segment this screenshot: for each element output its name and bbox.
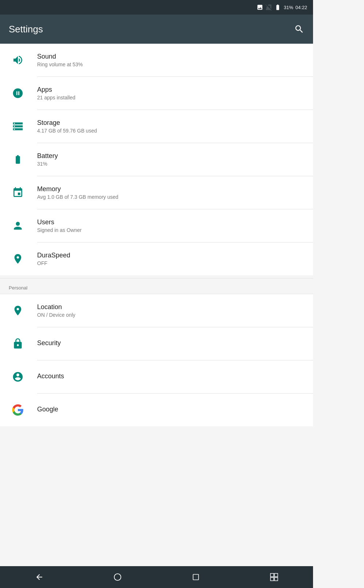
apps-text: Apps 21 apps installed (37, 86, 75, 100)
users-text: Users Signed in as Owner (37, 218, 82, 233)
storage-icon (9, 117, 27, 135)
google-title: Google (37, 406, 58, 413)
overview-icon (270, 573, 278, 581)
overview-button[interactable] (263, 568, 285, 586)
accounts-text: Accounts (37, 372, 64, 381)
memory-text: Memory Avg 1.0 GB of 7.3 GB memory used (37, 185, 118, 200)
personal-header-text: Personal (9, 285, 27, 291)
google-icon (9, 401, 27, 419)
photo-icon (257, 4, 263, 11)
apps-icon (9, 84, 27, 102)
duraspeed-icon (9, 250, 27, 268)
battery-text: Battery 31% (37, 152, 58, 167)
home-circle-icon (114, 573, 122, 581)
no-signal-icon (265, 4, 272, 11)
memory-title: Memory (37, 185, 118, 193)
security-text: Security (37, 339, 61, 348)
battery-subtitle: 31% (37, 161, 58, 167)
svg-rect-2 (270, 573, 274, 577)
accounts-title: Accounts (37, 372, 64, 380)
clock: 04:22 (295, 5, 307, 10)
apps-subtitle: 21 apps installed (37, 95, 75, 100)
settings-item-google[interactable]: Google (0, 394, 313, 426)
settings-item-duraspeed[interactable]: DuraSpeed OFF (0, 242, 313, 275)
location-title: Location (37, 303, 75, 311)
personal-section: Personal Location ON / Device only (0, 275, 313, 426)
location-subtitle: ON / Device only (37, 312, 75, 318)
settings-item-apps[interactable]: Apps 21 apps installed (0, 77, 313, 110)
svg-point-0 (114, 574, 120, 580)
settings-item-security[interactable]: Security (0, 327, 313, 360)
memory-subtitle: Avg 1.0 GB of 7.3 GB memory used (37, 194, 118, 200)
settings-item-users[interactable]: Users Signed in as Owner (0, 209, 313, 242)
users-title: Users (37, 218, 82, 226)
sound-subtitle: Ring volume at 53% (37, 62, 83, 67)
settings-item-accounts[interactable]: Accounts (0, 360, 313, 393)
settings-item-storage[interactable]: Storage 4.17 GB of 59.76 GB used (0, 110, 313, 143)
users-subtitle: Signed in as Owner (37, 227, 82, 233)
svg-rect-4 (270, 577, 274, 581)
location-text: Location ON / Device only (37, 303, 75, 318)
status-bar: 31% 04:22 (0, 0, 313, 15)
personal-header: Personal (0, 278, 313, 294)
svg-rect-3 (274, 573, 278, 577)
page-title: Settings (9, 24, 43, 35)
home-button[interactable] (107, 568, 128, 586)
battery-title: Battery (37, 152, 58, 160)
settings-list: Sound Ring volume at 53% Apps 21 apps in… (0, 44, 313, 275)
sound-text: Sound Ring volume at 53% (37, 53, 83, 67)
recents-button[interactable] (185, 568, 207, 586)
back-button[interactable] (28, 568, 50, 586)
storage-text: Storage 4.17 GB of 59.76 GB used (37, 119, 97, 134)
security-icon (9, 335, 27, 353)
battery-icon (9, 150, 27, 169)
svg-rect-5 (274, 577, 278, 581)
google-text: Google (37, 406, 58, 414)
search-button[interactable] (294, 24, 304, 34)
duraspeed-text: DuraSpeed OFF (37, 252, 70, 266)
users-icon (9, 217, 27, 235)
back-icon (35, 573, 44, 581)
settings-item-memory[interactable]: Memory Avg 1.0 GB of 7.3 GB memory used (0, 176, 313, 209)
security-title: Security (37, 339, 61, 347)
personal-list: Location ON / Device only Security (0, 294, 313, 426)
duraspeed-title: DuraSpeed (37, 252, 70, 259)
storage-title: Storage (37, 119, 97, 127)
search-icon (294, 24, 304, 34)
duraspeed-subtitle: OFF (37, 260, 70, 266)
settings-item-battery[interactable]: Battery 31% (0, 143, 313, 176)
battery-status-icon (274, 4, 281, 11)
app-bar: Settings (0, 15, 313, 44)
sound-icon (9, 51, 27, 69)
battery-percentage: 31% (284, 5, 293, 10)
location-icon (9, 301, 27, 320)
storage-subtitle: 4.17 GB of 59.76 GB used (37, 128, 97, 134)
status-icons: 31% 04:22 (257, 4, 307, 11)
settings-item-location[interactable]: Location ON / Device only (0, 294, 313, 327)
settings-item-sound[interactable]: Sound Ring volume at 53% (0, 44, 313, 76)
accounts-icon (9, 368, 27, 386)
memory-icon (9, 183, 27, 202)
recents-square-icon (192, 573, 199, 581)
svg-rect-1 (193, 575, 198, 580)
apps-title: Apps (37, 86, 75, 94)
sound-title: Sound (37, 53, 83, 60)
nav-bar (0, 566, 313, 588)
